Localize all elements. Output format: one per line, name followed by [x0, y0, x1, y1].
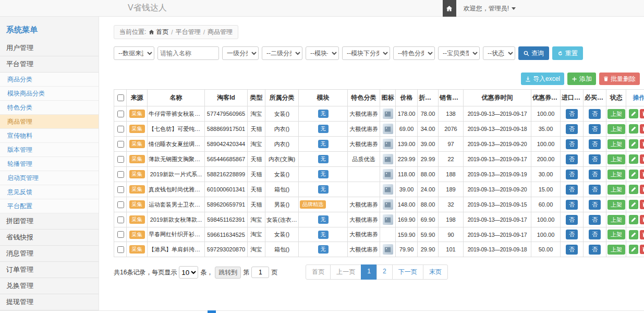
delete-button[interactable] [640, 170, 644, 179]
filter-data-source-select[interactable]: --数据来源-- [114, 46, 154, 60]
sidebar-item-8[interactable]: 轮播管理 [0, 157, 99, 171]
sidebar-item-0[interactable]: 用户管理 [0, 40, 99, 56]
must-buy-button[interactable]: 否 [589, 200, 601, 210]
filter-item-type-select[interactable]: --宝贝类型-- [438, 46, 480, 60]
page-size-select[interactable]: 10 [179, 266, 198, 279]
edit-button[interactable] [629, 230, 638, 239]
must-buy-button[interactable]: 否 [589, 230, 601, 239]
status-button[interactable]: 上架 [607, 230, 625, 239]
edit-button[interactable] [629, 185, 638, 194]
sidebar-item-1[interactable]: 平台管理 [0, 56, 99, 73]
filter-module-subcategory-select[interactable]: --模块下分类-- [342, 46, 390, 60]
row-checkbox[interactable] [117, 246, 124, 253]
status-button[interactable]: 上架 [607, 109, 625, 119]
delete-button[interactable] [640, 245, 644, 254]
select-all-checkbox[interactable] [117, 94, 124, 101]
edit-button[interactable] [629, 200, 638, 209]
import-select-button[interactable]: 否 [566, 200, 578, 210]
pagination-button-0[interactable]: 首页 [306, 264, 331, 280]
import-select-button[interactable]: 否 [566, 230, 578, 239]
import-excel-button[interactable]: 导入excel [521, 73, 564, 85]
status-button[interactable]: 上架 [607, 245, 625, 255]
edit-button[interactable] [629, 124, 638, 134]
row-checkbox[interactable] [117, 171, 124, 178]
sidebar-item-10[interactable]: 意见反馈 [0, 185, 99, 199]
sidebar-item-11[interactable]: 平台配置 [0, 199, 99, 213]
filter-level1-category-select[interactable]: 一级分类 [222, 46, 259, 60]
filter-feature-category-select[interactable]: --特色分类-- [393, 46, 435, 60]
sidebar-item-3[interactable]: 模块商品分类 [0, 87, 99, 101]
page-number-input[interactable] [251, 267, 269, 278]
import-select-button[interactable]: 否 [566, 215, 578, 225]
sidebar-item-6[interactable]: 宣传物料 [0, 129, 99, 143]
delete-button[interactable] [640, 230, 644, 239]
import-select-button[interactable]: 否 [566, 245, 578, 255]
must-buy-button[interactable]: 否 [589, 170, 601, 179]
sidebar-item-9[interactable]: 启动页管理 [0, 171, 99, 185]
status-button[interactable]: 上架 [607, 170, 625, 179]
breadcrumb-home-link[interactable]: 首页 [149, 28, 168, 37]
pagination-button-4[interactable]: 下一页 [392, 264, 423, 280]
edit-button[interactable] [629, 139, 638, 149]
sidebar-item-2[interactable]: 商品分类 [0, 73, 99, 87]
filter-level2-category-select[interactable]: --二级分类-- [262, 46, 302, 60]
must-buy-button[interactable]: 否 [589, 245, 601, 255]
import-select-button[interactable]: 否 [566, 109, 578, 119]
import-select-button[interactable]: 否 [566, 170, 578, 179]
must-buy-button[interactable]: 否 [589, 215, 601, 225]
delete-button[interactable] [640, 109, 644, 118]
sidebar-item-15[interactable]: 订单管理 [0, 262, 99, 278]
import-select-button[interactable]: 否 [566, 185, 578, 195]
filter-module-select[interactable]: --模块-- [306, 46, 339, 60]
batch-delete-button[interactable]: 批量删除 [599, 73, 640, 85]
row-checkbox[interactable] [117, 231, 124, 238]
delete-button[interactable] [640, 139, 644, 149]
status-button[interactable]: 上架 [607, 124, 625, 134]
delete-button[interactable] [640, 215, 644, 224]
home-button[interactable] [443, 0, 456, 17]
search-button[interactable]: 查询 [518, 46, 549, 60]
row-checkbox[interactable] [117, 156, 124, 163]
edit-button[interactable] [629, 154, 638, 164]
edit-button[interactable] [629, 245, 638, 254]
edit-button[interactable] [629, 170, 638, 179]
pagination-button-1[interactable]: 上一页 [330, 264, 361, 280]
user-menu[interactable]: 欢迎您，管理员! [464, 4, 516, 13]
row-checkbox[interactable] [117, 216, 124, 223]
must-buy-button[interactable]: 否 [589, 185, 601, 195]
sidebar-item-16[interactable]: 兑换管理 [0, 278, 99, 294]
import-select-button[interactable]: 否 [566, 124, 578, 134]
delete-button[interactable] [640, 200, 644, 209]
pagination-button-5[interactable]: 末页 [423, 264, 448, 280]
edit-button[interactable] [629, 215, 638, 224]
row-checkbox[interactable] [117, 111, 124, 117]
status-button[interactable]: 上架 [607, 154, 625, 164]
row-checkbox[interactable] [117, 201, 124, 208]
must-buy-button[interactable]: 否 [589, 124, 601, 134]
reset-button[interactable]: 重置 [552, 46, 583, 60]
edit-button[interactable] [629, 109, 638, 118]
filter-name-input[interactable] [157, 46, 219, 60]
delete-button[interactable] [640, 185, 644, 194]
pagination-button-3[interactable]: 2 [376, 264, 393, 280]
filter-status-select[interactable]: --状态-- [483, 46, 515, 60]
sidebar-item-5[interactable]: 商品管理 [0, 115, 99, 129]
import-select-button[interactable]: 否 [566, 139, 578, 149]
row-checkbox[interactable] [117, 186, 124, 193]
status-button[interactable]: 上架 [607, 200, 625, 210]
add-button[interactable]: 添加 [567, 73, 596, 85]
row-checkbox[interactable] [117, 126, 124, 133]
must-buy-button[interactable]: 否 [589, 139, 601, 149]
must-buy-button[interactable]: 否 [589, 154, 601, 164]
status-button[interactable]: 上架 [607, 139, 625, 149]
row-checkbox[interactable] [117, 141, 124, 148]
must-buy-button[interactable]: 否 [589, 109, 601, 119]
pagination-button-2[interactable]: 1 [361, 264, 377, 280]
jump-button[interactable]: 跳转到 [215, 267, 241, 279]
import-select-button[interactable]: 否 [566, 154, 578, 164]
sidebar-item-17[interactable]: 提现管理 [0, 294, 99, 310]
sidebar-item-4[interactable]: 特色分类 [0, 101, 99, 115]
sidebar-item-13[interactable]: 省钱快报 [0, 230, 99, 246]
sidebar-item-12[interactable]: 拼团管理 [0, 213, 99, 230]
status-button[interactable]: 上架 [607, 215, 625, 225]
